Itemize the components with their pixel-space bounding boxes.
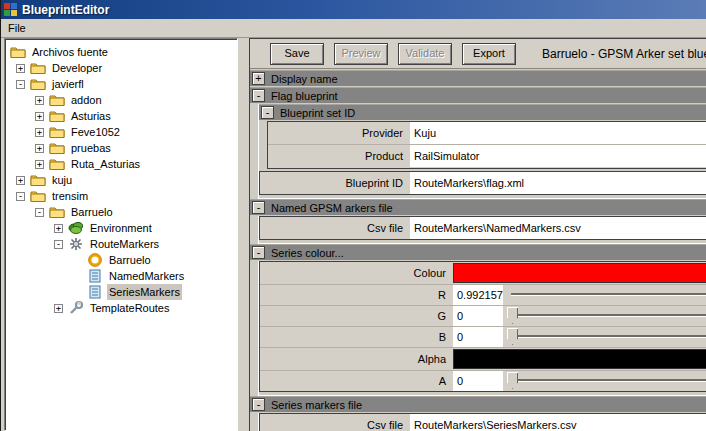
channel-slider[interactable]	[503, 371, 706, 391]
tree-item-label[interactable]: SeriesMarkers	[107, 284, 182, 300]
folder-icon	[49, 93, 65, 107]
section-toggle[interactable]: -	[261, 106, 274, 119]
routemarkers-icon	[68, 237, 84, 251]
tree-item-label[interactable]: Barruelo	[69, 204, 115, 220]
section-header-1: -Flag blueprint	[250, 87, 706, 103]
channel-slider[interactable]	[503, 306, 706, 326]
property-grid: +Display name-Flag blueprint-Blueprint s…	[250, 69, 706, 431]
tree-expand-toggle[interactable]: +	[54, 304, 63, 313]
tree-row: +kuju	[5, 172, 237, 188]
subsection-body: ProviderKujuProductRailSimulator	[267, 121, 706, 169]
channel-slider[interactable]	[503, 285, 706, 305]
rows-box: Csv fileRouteMarkers\SeriesMarkers.csv	[259, 413, 706, 431]
section-header-label: Display name	[271, 73, 338, 85]
property-value[interactable]: RailSimulator	[410, 145, 706, 167]
section-header-label: Flag blueprint	[271, 90, 338, 102]
tree-item-label[interactable]: Ruta_Asturias	[69, 156, 142, 172]
section-body: Csv fileRouteMarkers\SeriesMarkers.csv	[258, 413, 706, 431]
save-button[interactable]: Save	[270, 43, 324, 65]
property-row: Csv fileRouteMarkers\SeriesMarkers.csv	[260, 414, 706, 431]
slider-thumb[interactable]	[507, 328, 518, 345]
section-toggle[interactable]: -	[252, 246, 265, 259]
section-body: Csv fileRouteMarkers\NamedMarkers.csv	[258, 216, 706, 244]
channel-slider[interactable]	[503, 327, 706, 347]
tree-expand-toggle[interactable]: +	[35, 128, 44, 137]
tree-item-label[interactable]: Environment	[88, 220, 154, 236]
rows-box: ColourR0.992157G0B0AlphaA0	[259, 261, 706, 392]
template-routes-icon	[68, 301, 84, 315]
tree-expand-toggle[interactable]: +	[35, 160, 44, 169]
validate-button[interactable]: Validate	[398, 43, 452, 65]
tree-row: -javierfl	[5, 76, 237, 92]
alpha-swatch[interactable]	[453, 349, 706, 369]
property-row: Alpha	[260, 347, 706, 370]
tree-row: -Barruelo	[5, 204, 237, 220]
property-label: G	[260, 306, 453, 326]
tree-item-label[interactable]: Archivos fuente	[30, 44, 110, 60]
tree-item-label[interactable]: RouteMarkers	[88, 236, 161, 252]
channel-value[interactable]: 0	[453, 306, 503, 326]
section-toggle[interactable]: -	[252, 89, 265, 102]
section-header-label: Series colour...	[271, 247, 344, 259]
tree-row: +Developer	[5, 60, 237, 76]
tree-expand-toggle[interactable]: -	[16, 80, 25, 89]
tree-expand-toggle[interactable]: -	[54, 240, 63, 249]
tree-row: -trensim	[5, 188, 237, 204]
menu-file[interactable]: File	[1, 20, 33, 36]
section-body: -Blueprint set IDProviderKujuProductRail…	[258, 104, 706, 199]
property-row: G0	[260, 305, 706, 326]
property-row: Csv fileRouteMarkers\NamedMarkers.csv	[260, 217, 706, 239]
property-value[interactable]: Kuju	[410, 122, 706, 144]
tree-row: Barruelo	[5, 252, 237, 268]
property-row: ProviderKuju	[268, 122, 706, 144]
folder-icon	[49, 141, 65, 155]
tree-expand-toggle[interactable]: +	[35, 96, 44, 105]
folder-icon	[49, 125, 65, 139]
tree-expand-toggle[interactable]: +	[35, 112, 44, 121]
tree-expand-toggle[interactable]: -	[35, 208, 44, 217]
property-value[interactable]: RouteMarkers\NamedMarkers.csv	[410, 217, 706, 239]
property-row: R0.992157	[260, 284, 706, 305]
titlebar[interactable]: BlueprintEditor	[1, 0, 706, 19]
property-label: Blueprint ID	[260, 172, 410, 194]
tree-item-label[interactable]: Feve1052	[69, 124, 122, 140]
tree-row: +pruebas	[5, 140, 237, 156]
channel-value[interactable]: 0	[453, 371, 503, 391]
tree-expand-toggle[interactable]: +	[35, 144, 44, 153]
property-label: A	[260, 371, 453, 391]
section-toggle[interactable]: -	[252, 201, 265, 214]
slider-thumb[interactable]	[507, 307, 518, 324]
section-header-label: Named GPSM arkers file	[271, 202, 393, 214]
export-button[interactable]: Export	[462, 43, 516, 65]
tree-expand-toggle[interactable]: +	[16, 176, 25, 185]
tree-item-label[interactable]: addon	[69, 92, 104, 108]
section-toggle[interactable]: -	[252, 398, 265, 411]
colour-swatch[interactable]	[453, 263, 706, 283]
tree-item-label[interactable]: kuju	[50, 172, 74, 188]
folder-icon	[49, 109, 65, 123]
property-value[interactable]: RouteMarkers\flag.xml	[410, 172, 706, 194]
section-header-label: Series markers file	[271, 399, 362, 411]
tree-item-label[interactable]: TemplateRoutes	[88, 300, 172, 316]
slider-groove	[511, 335, 706, 338]
tree-item-label[interactable]: Developer	[50, 60, 104, 76]
section-toggle[interactable]: +	[252, 72, 265, 85]
channel-value[interactable]: 0	[453, 327, 503, 347]
slider-thumb[interactable]	[507, 372, 518, 389]
tree-expand-toggle[interactable]: -	[16, 192, 25, 201]
tree-item-label[interactable]: NamedMarkers	[107, 268, 186, 284]
tree-expand-toggle[interactable]: +	[54, 224, 63, 233]
tree-item-label[interactable]: Asturias	[69, 108, 113, 124]
tree-item-label[interactable]: pruebas	[69, 140, 113, 156]
property-label: Csv file	[260, 217, 410, 239]
tree-item-label[interactable]: javierfl	[50, 76, 86, 92]
channel-value[interactable]: 0.992157	[453, 285, 503, 305]
menu-bar: File	[1, 19, 706, 38]
blueprint-title: Barruelo - GPSM Arker set blueprint	[542, 47, 706, 61]
tree-item-label[interactable]: trensim	[50, 188, 90, 204]
tree-item-label[interactable]: Barruelo	[107, 252, 153, 268]
tree-expand-toggle[interactable]: +	[16, 64, 25, 73]
tree-row: +Feve1052	[5, 124, 237, 140]
preview-button[interactable]: Preview	[334, 43, 388, 65]
property-value[interactable]: RouteMarkers\SeriesMarkers.csv	[410, 414, 706, 431]
